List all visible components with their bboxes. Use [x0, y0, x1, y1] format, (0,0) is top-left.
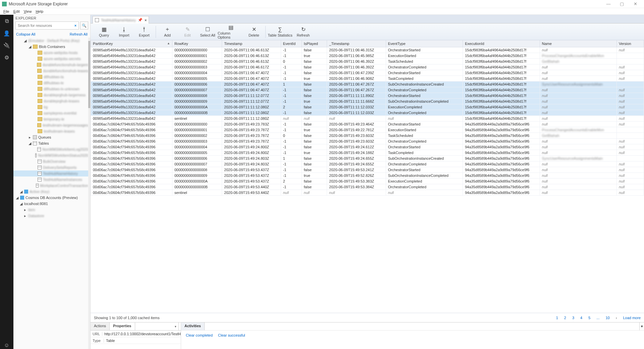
table-row[interactable]: 00985abf54994e8fa133231deadfa64200000000… — [91, 93, 644, 99]
settings-icon[interactable]: ⚙ — [3, 54, 10, 61]
query-button[interactable]: ▦Query — [94, 27, 114, 37]
table-row[interactable]: 00985abf54994e8fa133231deadfa64200000000… — [91, 64, 644, 70]
tree-item[interactable]: TestHubNameHistory — [13, 170, 88, 177]
column-header[interactable]: Version — [616, 40, 644, 47]
page-link[interactable]: 4 — [580, 316, 582, 320]
clear-search-icon[interactable]: × — [72, 21, 79, 30]
feedback-icon[interactable]: ☺ — [3, 342, 10, 349]
activities-dropdown[interactable]: ▾ — [639, 322, 644, 330]
table-row[interactable]: 00985abf54994e8fa133231deadfa64200000000… — [91, 53, 644, 59]
expand-icon[interactable]: ◢ — [28, 141, 32, 146]
tree-item[interactable]: testhubnam-largemessages — [13, 122, 88, 128]
table-row[interactable]: 00d06ac7c0604cf794fc657b58c4939600000000… — [91, 139, 644, 144]
tree-item[interactable]: ◢localhost:8081 — [13, 201, 88, 207]
page-link[interactable]: 1 — [556, 316, 558, 320]
columnopts-button[interactable]: ▤Column Options — [218, 24, 244, 39]
tree-item[interactable]: DeliverySetsReports — [13, 164, 88, 170]
menu-help[interactable]: Help — [34, 9, 45, 13]
tree-item[interactable]: ◢ Active (Key) — [13, 189, 88, 195]
table-row[interactable]: 00d06ac7c0604cf794fc657b58c4939600000000… — [91, 184, 644, 190]
resource-tree[interactable]: ◢(Emulator · Default Ports) (Key)◢Blob C… — [13, 38, 88, 349]
tree-item[interactable]: ▸ Datastore — [13, 213, 88, 219]
add-button[interactable]: ＋Add — [157, 27, 177, 37]
tree-item[interactable]: temporary-le — [13, 116, 88, 122]
table-row[interactable]: 00d06ac7c0604cf794fc657b58c4939600000000… — [91, 173, 644, 179]
tree-item[interactable]: dtfhubtwo-la — [13, 74, 88, 80]
tree-item[interactable]: ◢Cosmos DB Accounts (Preview) — [13, 195, 88, 201]
tablestats-button[interactable]: ∑Table Statistics — [267, 27, 293, 37]
accounts-icon[interactable]: 👤 — [3, 30, 10, 37]
expand-icon[interactable]: ▸ — [28, 135, 32, 140]
tab-properties[interactable]: Properties — [110, 322, 135, 330]
expand-icon[interactable]: ◢ — [28, 45, 32, 49]
table-row[interactable]: 00985abf54994e8fa133231deadfa64200000000… — [91, 70, 644, 76]
tree-item[interactable]: testhubnam-leases — [13, 128, 88, 134]
selectall-button[interactable]: ☐Select All — [198, 27, 218, 37]
table-row[interactable]: 00985abf54994e8fa133231deadfa64200000000… — [91, 110, 644, 116]
tree-item[interactable]: samplepres-eventlst — [13, 110, 88, 116]
clear-completed-link[interactable]: Clear completed — [186, 333, 213, 337]
table-row[interactable]: 00985abf54994e8fa133231deadfa64200000000… — [91, 76, 644, 82]
minimize-button[interactable]: — — [602, 1, 615, 6]
tree-item[interactable]: BulkOverview — [13, 158, 88, 164]
table-area[interactable]: PartitionKey▲RowKeyTimestampEventIdIsPla… — [91, 40, 644, 313]
table-row[interactable]: 00985abf54994e8fa133231deadfa64200000000… — [91, 82, 644, 87]
table-row[interactable]: 00985abf54994e8fa133231deadfa642sentinel… — [91, 116, 644, 121]
tree-item[interactable]: durablefunctionshub-largem — [13, 62, 88, 68]
tab-active[interactable]: TestHubNameHistory 📌 × — [93, 16, 149, 23]
explorer-icon[interactable]: ⧉ — [3, 17, 10, 25]
pin-icon[interactable]: 📌 — [138, 18, 143, 22]
tree-item[interactable]: durableprghub-leases — [13, 98, 88, 104]
table-row[interactable]: 00d06ac7c0604cf794fc657b58c4939600000000… — [91, 161, 644, 167]
tree-item[interactable]: TestHubNameInstances — [13, 177, 88, 183]
table-row[interactable]: 00985abf54994e8fa133231deadfa64200000000… — [91, 59, 644, 64]
tree-item[interactable]: WorkplaceControlTransaction — [13, 183, 88, 189]
prop-url-value[interactable]: http://127.0.0.1:10002/devstoreaccount1/… — [102, 332, 181, 336]
table-row[interactable]: 00d06ac7c0604cf794fc657b58c4939600000000… — [91, 156, 644, 161]
delete-button[interactable]: ✕Delete — [244, 27, 264, 37]
column-header[interactable]: IsPlayed — [302, 40, 327, 47]
table-row[interactable]: 00985abf54994e8fa133231deadfa64200000000… — [91, 99, 644, 104]
page-link[interactable]: ... — [596, 316, 599, 320]
tree-item[interactable]: lrg — [13, 104, 88, 110]
page-link[interactable]: 10 — [605, 316, 609, 320]
tree-item[interactable]: ◢Blob Containers — [13, 44, 88, 50]
properties-dropdown[interactable]: ▾ — [135, 322, 179, 330]
table-row[interactable]: 00d06ac7c0604cf794fc657b58c4939600000000… — [91, 127, 644, 133]
next-page-icon[interactable]: › — [616, 316, 617, 320]
expand-icon[interactable]: ◢ — [19, 190, 23, 194]
tree-item[interactable]: durablefunctionshub-leases — [13, 68, 88, 74]
refresh-button[interactable]: ↻Refresh — [293, 27, 313, 37]
column-header[interactable]: PartitionKey▲ — [91, 40, 172, 47]
column-header[interactable]: Name — [540, 40, 616, 47]
tree-item[interactable]: dtfhubtwo-le — [13, 80, 88, 86]
tab-activities[interactable]: Activities — [181, 322, 205, 330]
column-header[interactable]: RowKey — [172, 40, 222, 47]
table-row[interactable]: 00d06ac7c0604cf794fc657b58c4939600000000… — [91, 179, 644, 184]
tab-actions[interactable]: Actions — [91, 322, 110, 330]
tab-close-icon[interactable]: × — [145, 18, 147, 22]
column-header[interactable]: _Timestamp — [327, 40, 386, 47]
search-button[interactable]: 🔍 — [80, 21, 88, 30]
column-header[interactable]: ExecutionId — [463, 40, 540, 47]
menu-view[interactable]: View — [22, 9, 34, 13]
expand-icon[interactable]: ◢ — [15, 196, 19, 200]
expand-icon[interactable]: ◢ — [23, 39, 27, 43]
tree-scrollbar[interactable] — [88, 38, 90, 349]
expand-icon[interactable]: ▸ — [23, 208, 27, 212]
tree-item[interactable]: ▸Queues — [13, 134, 88, 140]
load-more-link[interactable]: Load more — [623, 316, 641, 320]
refresh-all-link[interactable]: Refresh All — [70, 32, 88, 36]
table-row[interactable]: 00d06ac7c0604cf794fc657b58c4939600000000… — [91, 144, 644, 150]
page-link[interactable]: 3 — [572, 316, 574, 320]
expand-icon[interactable]: ▸ — [23, 214, 27, 218]
expand-icon[interactable]: ◢ — [19, 202, 23, 206]
column-header[interactable]: Timestamp — [222, 40, 281, 47]
table-row[interactable]: 00985abf54994e8fa133231deadfa64200000000… — [91, 104, 644, 110]
table-row[interactable]: 00985abf54994e8fa133231deadfa64200000000… — [91, 47, 644, 53]
clear-successful-link[interactable]: Clear successful — [218, 333, 245, 337]
menu-file[interactable]: File — [1, 9, 11, 13]
tree-item[interactable]: ◢(Emulator · Default Ports) (Key) — [13, 38, 88, 44]
connect-icon[interactable]: 🔌 — [3, 42, 10, 49]
import-button[interactable]: ⭳Import — [114, 27, 134, 37]
